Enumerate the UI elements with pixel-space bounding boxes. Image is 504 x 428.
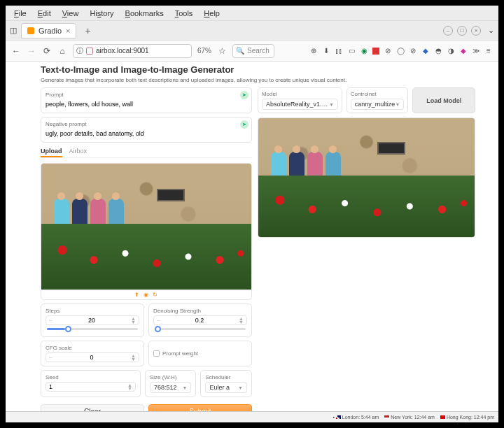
nav-forward-icon[interactable]: → <box>27 46 36 56</box>
hamburger-icon[interactable]: ≡ <box>484 47 493 55</box>
clear-button[interactable]: Clear <box>41 404 144 411</box>
favicon-icon <box>27 27 34 34</box>
chevron-down-icon[interactable]: ⌄ <box>488 26 494 35</box>
steps-panel: Steps –▲▼ <box>41 304 144 337</box>
zoom-level[interactable]: 67% <box>197 47 211 55</box>
home-icon[interactable]: ⌂ <box>57 46 67 56</box>
menu-edit[interactable]: Edit <box>32 8 57 19</box>
noscript-icon[interactable]: ⊘ <box>409 47 417 55</box>
ext-shield-icon[interactable]: ◓ <box>434 47 442 55</box>
ext-blue-icon[interactable]: ◆ <box>421 47 430 55</box>
tab-close-icon[interactable]: × <box>66 27 70 35</box>
output-image-box[interactable]: 📷 Output <box>258 117 475 238</box>
ext-gem-icon[interactable]: ◆ <box>459 47 468 55</box>
scheduler-dropdown[interactable]: Euler a▼ <box>205 382 246 393</box>
url-bar[interactable]: ⓘ airbox.local:9001 <box>73 44 192 58</box>
pocket-icon[interactable]: ⊕ <box>309 47 318 55</box>
steps-slider[interactable] <box>47 328 138 330</box>
page-content: Text-to-Image and Image-to-Image Generat… <box>6 62 498 411</box>
window-maximize-button[interactable]: □ <box>457 26 467 36</box>
browser-tabbar: ◫ Gradio × + – □ × ⌄ <box>6 21 498 41</box>
denoise-slider[interactable] <box>155 328 246 330</box>
seed-number[interactable]: ▲▼ <box>46 382 136 392</box>
menu-file[interactable]: File <box>8 8 32 19</box>
overflow-icon[interactable]: ≫ <box>472 47 480 55</box>
tab-upload[interactable]: Upload <box>41 146 62 157</box>
camera-icon[interactable]: ◉ <box>144 292 148 298</box>
cfg-number[interactable]: –▲▼ <box>46 352 139 362</box>
shield-icon[interactable] <box>86 48 93 55</box>
search-box[interactable]: 🔍 Search <box>232 44 274 58</box>
neg-prompt-panel: Negative prompt ➤ <box>41 117 252 143</box>
steps-input[interactable] <box>52 317 131 324</box>
reader-icon[interactable]: ▭ <box>347 47 356 55</box>
window-minimize-button[interactable]: – <box>443 26 453 36</box>
prompt-input[interactable] <box>46 99 247 109</box>
input-image-preview <box>41 164 251 290</box>
nav-back-icon[interactable]: ← <box>11 46 21 56</box>
browser-tab[interactable]: Gradio × <box>21 23 76 38</box>
seed-panel: Seed ▲▼ <box>41 370 141 397</box>
bookmark-star-icon[interactable]: ☆ <box>217 46 227 56</box>
steps-label: Steps <box>46 308 139 314</box>
submit-button[interactable]: Submit <box>148 404 252 411</box>
scheduler-panel: Scheduler Euler a▼ <box>200 370 251 397</box>
load-model-button[interactable]: Load Model <box>412 87 475 113</box>
toolbar-extensions: ⊕ ⬇ ⫿⫿ ▭ ◉ ⊘ ◯ ⊘ ◆ ◓ ◑ ◆ ≫ ≡ <box>309 47 493 55</box>
clock-hongkong: Hong Kong: 12:44 pm <box>440 415 494 420</box>
controlnet-dropdown[interactable]: canny_multize▼ <box>351 99 404 110</box>
scheduler-label: Scheduler <box>205 374 246 380</box>
url-text: airbox.local:9001 <box>96 47 149 55</box>
clock-london: • London: 5:44 am <box>332 415 379 420</box>
ext-red-icon[interactable] <box>372 48 379 55</box>
cfg-input[interactable] <box>52 354 131 361</box>
input-image-box[interactable]: 📷 Image ⬆ ◉ ↻ <box>41 163 252 300</box>
controlnet-label: Controlnet <box>351 91 404 97</box>
sidebar-toggle-icon[interactable]: ◫ <box>10 26 17 35</box>
denoise-input[interactable] <box>160 317 239 324</box>
info-icon[interactable]: ⓘ <box>76 46 83 56</box>
menu-history[interactable]: History <box>84 8 119 19</box>
page-title: Text-to-Image and Image-to-Image Generat… <box>41 64 463 75</box>
prompt-weight-checkbox[interactable] <box>153 350 160 357</box>
model-label: Model <box>262 91 338 97</box>
download-icon[interactable]: ⬇ <box>322 47 330 55</box>
library-icon[interactable]: ⫿⫿ <box>335 47 343 55</box>
menu-help[interactable]: Help <box>198 8 225 19</box>
os-taskbar: • London: 5:44 am New York: 12:44 am Hon… <box>6 411 498 422</box>
prompt-panel: Prompt ➤ <box>41 87 252 113</box>
neg-prompt-label: Negative prompt <box>46 121 247 127</box>
ext-circle-icon[interactable]: ◯ <box>396 47 405 55</box>
os-menubar: File Edit View History Bookmarks Tools H… <box>6 6 498 21</box>
window-close-button[interactable]: × <box>471 26 481 36</box>
seed-label: Seed <box>46 374 136 380</box>
seed-input[interactable] <box>49 383 127 390</box>
prompt-send-icon[interactable]: ➤ <box>240 91 248 99</box>
denoise-label: Denoising Strength <box>153 308 247 314</box>
new-tab-button[interactable]: + <box>80 25 94 36</box>
reload-icon[interactable]: ⟳ <box>42 46 52 56</box>
denoise-number[interactable]: –▲▼ <box>153 315 247 325</box>
image-source-tabs: Upload Airbox <box>41 146 252 158</box>
menu-tools[interactable]: Tools <box>169 8 199 19</box>
model-dropdown[interactable]: AbsoluteReality_v1.8.1_...▼ <box>262 99 338 110</box>
menu-view[interactable]: View <box>57 8 85 19</box>
dice-icon[interactable]: ↻ <box>153 292 158 298</box>
controlnet-panel: Controlnet canny_multize▼ <box>346 87 408 113</box>
cfg-panel: CFG scale –▲▼ <box>41 341 144 366</box>
ext-slash-icon[interactable]: ⊘ <box>384 47 392 55</box>
neg-prompt-input[interactable] <box>46 129 247 138</box>
neg-prompt-send-icon[interactable]: ➤ <box>240 120 248 129</box>
image-actions: ⬆ ◉ ↻ <box>41 290 251 299</box>
upload-icon[interactable]: ⬆ <box>134 292 139 298</box>
tab-title: Gradio <box>38 27 62 35</box>
tab-airbox[interactable]: Airbox <box>69 146 88 157</box>
cfg-label: CFG scale <box>46 345 139 351</box>
size-dropdown[interactable]: 768:512▼ <box>150 382 191 393</box>
ext-dark-icon[interactable]: ◑ <box>447 47 455 55</box>
denoise-panel: Denoising Strength –▲▼ <box>148 304 252 337</box>
steps-number[interactable]: –▲▼ <box>46 315 139 325</box>
browser-toolbar: ← → ⟳ ⌂ ⓘ airbox.local:9001 67% ☆ 🔍 Sear… <box>6 41 498 62</box>
menu-bookmarks[interactable]: Bookmarks <box>120 8 169 19</box>
ext-green-icon[interactable]: ◉ <box>360 47 368 55</box>
